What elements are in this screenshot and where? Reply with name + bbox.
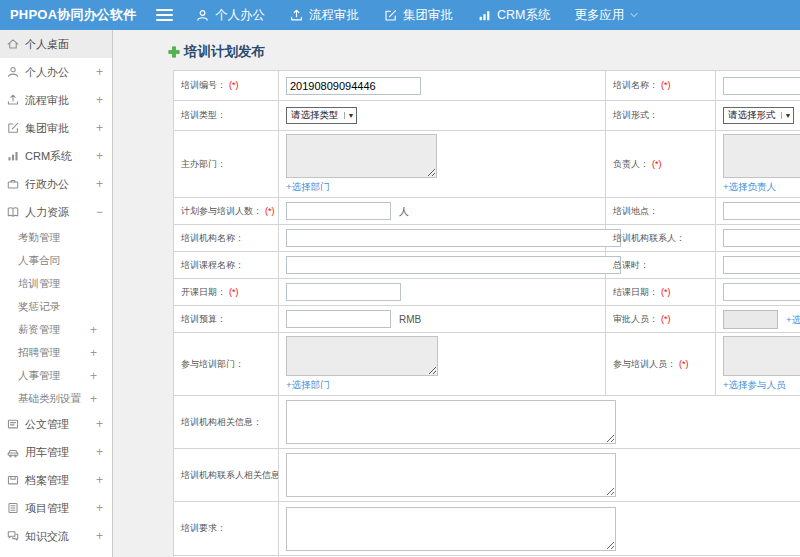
org-contact-info-textarea[interactable] — [286, 453, 616, 497]
training-name-input[interactable] — [723, 77, 800, 95]
training-plan-form: 培训编号：(*) 培训名称：(*) 培训类型： 请选择类型▼ 培训形式： 请选择… — [173, 70, 800, 557]
sidebar-item-group-approval[interactable]: 集团审批 + — [0, 114, 112, 142]
sidebar-item-salary-mgmt[interactable]: 薪资管理 + — [0, 318, 112, 341]
bar-chart-icon — [477, 8, 492, 23]
training-form-label: 培训形式： — [613, 110, 658, 120]
select-join-people-link[interactable]: +选择参与人员 — [723, 379, 800, 392]
top-navbar: PHPOA协同办公软件 个人办公 流程审批 集团审批 CRM系统 更多应用 — [0, 0, 800, 30]
sidebar-item-base-category[interactable]: 基础类别设置 + — [0, 387, 112, 410]
location-input[interactable] — [723, 202, 800, 220]
join-dept-textarea[interactable] — [286, 336, 438, 376]
select-dept-link[interactable]: +选择部门 — [286, 181, 601, 194]
archive-icon — [6, 473, 20, 487]
org-name-input[interactable] — [286, 229, 621, 247]
sidebar-item-workflow-approval[interactable]: 流程审批 + — [0, 86, 112, 114]
total-hours-input[interactable] — [723, 256, 800, 274]
end-date-input[interactable] — [723, 283, 800, 301]
select-arrow-icon: ▼ — [781, 112, 792, 119]
sidebar-item-knowledge-exchange[interactable]: 知识交流 + — [0, 522, 112, 550]
approver-input[interactable] — [723, 310, 778, 329]
sidebar-item-personnel-mgmt[interactable]: 人事管理 + — [0, 364, 112, 387]
expand-toggle[interactable]: + — [96, 474, 103, 486]
sidebar-item-personal-desktop[interactable]: 个人桌面 — [0, 30, 112, 58]
sidebar-item-vehicle-mgmt[interactable]: 用车管理 + — [0, 438, 112, 466]
sidebar-item-hr[interactable]: 人力资源 − — [0, 198, 112, 226]
sidebar-item-admin-office[interactable]: 行政办公 + — [0, 170, 112, 198]
join-people-textarea[interactable] — [723, 336, 800, 376]
training-form-select[interactable]: 请选择形式▼ — [723, 107, 794, 124]
sidebar-item-crm[interactable]: CRM系统 + — [0, 142, 112, 170]
location-label: 培训地点： — [613, 206, 658, 216]
join-dept-label: 参与培训部门： — [181, 359, 244, 369]
end-date-label: 结课日期： — [613, 287, 658, 297]
form-row: 培训课程名称： 总课时： — [174, 252, 800, 279]
required-mark: (*) — [229, 80, 239, 90]
form-row: 培训要求： — [174, 502, 800, 556]
bar-chart-icon — [6, 149, 20, 163]
hamburger-menu-icon[interactable] — [156, 6, 173, 24]
expand-toggle[interactable]: + — [96, 178, 103, 190]
required-mark: (*) — [661, 314, 671, 324]
nav-more-apps[interactable]: 更多应用 — [574, 7, 639, 24]
expand-toggle[interactable]: + — [96, 446, 103, 458]
edit-icon — [383, 8, 398, 23]
start-date-input[interactable] — [286, 283, 401, 301]
required-mark: (*) — [661, 80, 671, 90]
select-leader-link[interactable]: +选择负责人 — [723, 181, 800, 194]
app-window: PHPOA协同办公软件 个人办公 流程审批 集团审批 CRM系统 更多应用 — [0, 0, 800, 557]
expand-toggle[interactable]: + — [96, 94, 103, 106]
leader-textarea[interactable] — [723, 134, 800, 178]
sidebar-item-personal-office[interactable]: 个人办公 + — [0, 58, 112, 86]
leader-label: 负责人： — [613, 159, 649, 169]
add-icon — [168, 46, 180, 58]
required-mark: (*) — [652, 159, 662, 169]
top-nav: 个人办公 流程审批 集团审批 CRM系统 更多应用 — [195, 7, 639, 24]
select-approver-link[interactable]: +选择审批人员 — [786, 314, 800, 325]
collapse-toggle[interactable]: − — [96, 206, 103, 218]
sidebar-item-training-mgmt[interactable]: 培训管理 — [0, 272, 112, 295]
sidebar-item-reward-record[interactable]: 奖惩记录 — [0, 295, 112, 318]
form-row: 开课日期：(*) 结课日期：(*) — [174, 279, 800, 306]
user-icon — [6, 65, 20, 79]
sidebar-item-recruit-mgmt[interactable]: 招聘管理 + — [0, 341, 112, 364]
app-logo: PHPOA协同办公软件 — [0, 6, 142, 24]
training-no-input[interactable] — [286, 77, 421, 95]
select-dept-link[interactable]: +选择部门 — [286, 379, 601, 392]
expand-toggle[interactable]: + — [96, 66, 103, 78]
required-mark: (*) — [265, 206, 275, 216]
edit-icon — [6, 121, 20, 135]
nav-workflow-approval[interactable]: 流程审批 — [289, 7, 359, 24]
expand-toggle[interactable]: + — [96, 122, 103, 134]
planned-count-label: 计划参与培训人数： — [181, 206, 262, 216]
sidebar-item-archive-mgmt[interactable]: 档案管理 + — [0, 466, 112, 494]
sidebar-item-project-mgmt[interactable]: 项目管理 + — [0, 494, 112, 522]
unit-people: 人 — [399, 206, 409, 217]
budget-input[interactable] — [286, 310, 391, 328]
training-type-select[interactable]: 请选择类型▼ — [286, 107, 357, 124]
sidebar-item-attendance-mgmt[interactable]: 考勤管理 — [0, 226, 112, 249]
nav-group-approval[interactable]: 集团审批 — [383, 7, 453, 24]
expand-toggle[interactable]: + — [96, 502, 103, 514]
expand-toggle[interactable]: + — [96, 418, 103, 430]
sidebar-item-doc-mgmt[interactable]: 公文管理 + — [0, 410, 112, 438]
briefcase-icon — [6, 177, 20, 191]
requirements-textarea[interactable] — [286, 507, 616, 551]
required-mark: (*) — [661, 287, 671, 297]
org-name-label: 培训机构名称： — [181, 233, 244, 243]
expand-toggle[interactable]: + — [90, 370, 97, 382]
course-name-input[interactable] — [286, 256, 621, 274]
host-dept-textarea[interactable] — [286, 134, 437, 178]
org-contact-input[interactable] — [723, 229, 800, 247]
planned-count-input[interactable] — [286, 202, 391, 220]
sidebar-item-hr-contract[interactable]: 人事合同 — [0, 249, 112, 272]
expand-toggle[interactable]: + — [90, 324, 97, 336]
expand-toggle[interactable]: + — [90, 347, 97, 359]
upload-icon — [289, 8, 304, 23]
expand-toggle[interactable]: + — [96, 530, 103, 542]
host-dept-label: 主办部门： — [181, 159, 226, 169]
nav-crm-system[interactable]: CRM系统 — [477, 7, 550, 24]
org-info-textarea[interactable] — [286, 400, 616, 444]
expand-toggle[interactable]: + — [96, 150, 103, 162]
expand-toggle[interactable]: + — [90, 393, 97, 405]
nav-personal-office[interactable]: 个人办公 — [195, 7, 265, 24]
